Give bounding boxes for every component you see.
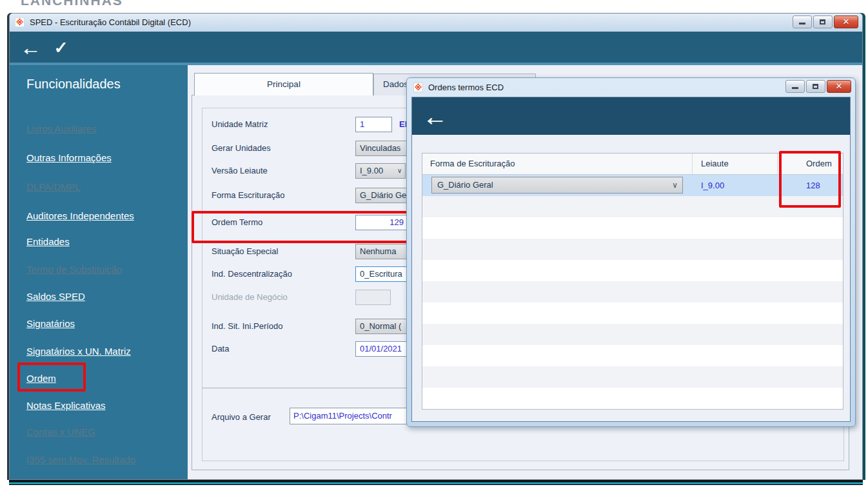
minimize-button[interactable] [793, 15, 812, 28]
overlay-close-button[interactable]: ✕ [827, 80, 851, 93]
sidebar-item-signatarios[interactable]: Signatários [26, 318, 75, 329]
sidebar-item-livros-auxiliares: Livros Auxiliares [26, 123, 96, 134]
situacao-especial-label: Situação Especial [212, 246, 278, 256]
close-icon: ✕ [834, 16, 858, 28]
column-header-forma-de-escrituracao: Forma de Escrituração [430, 154, 515, 174]
versao-leiaute-label: Versão Leiaute [212, 166, 268, 175]
empty-table-row [422, 345, 843, 366]
empty-table-row [422, 260, 843, 281]
empty-table-row [422, 366, 843, 388]
overlay-content: ← Forma de Escrituração Leiaute Ordem G_… [411, 97, 851, 422]
column-header-leiaute: Leiaute [701, 154, 729, 174]
close-button[interactable]: ✕ [834, 15, 858, 28]
sidebar-item-auditores-independentes[interactable]: Auditores Independentes [26, 210, 134, 221]
overlay-titlebar[interactable]: ※ Ordens termos ECD ✕ [407, 78, 855, 97]
app-icon: ※ [413, 83, 423, 92]
minimize-icon [799, 23, 805, 25]
empty-table-row [422, 281, 843, 303]
sidebar-item-termo-de-substituicao: Termo de Substituição [26, 264, 122, 275]
forma-escrituracao-label: Forma Escrituração [212, 190, 284, 200]
screenshot-canvas: LANCHINHAS ※ SPED - Escrituração Contábi… [0, 0, 868, 487]
column-divider [692, 154, 693, 174]
sidebar-item-entidades[interactable]: Entidades [26, 236, 70, 247]
sidebar: Funcionalidades Livros Auxiliares Outras… [10, 65, 188, 479]
tab-principal[interactable]: Principal [194, 73, 373, 95]
gerar-unidades-label: Gerar Unidades [212, 143, 271, 153]
overlay-window-controls: ✕ [785, 80, 851, 93]
sidebar-item-contas-x-uneg: Contas x UNEG [26, 426, 95, 437]
overlay-back-button[interactable]: ← [422, 100, 447, 134]
sidebar-item-dlpa-dmpl: DLPA/DMPL [26, 181, 81, 192]
close-icon: ✕ [827, 81, 851, 92]
maximize-icon [813, 84, 818, 89]
ordens-table: Forma de Escrituração Leiaute Ordem G_Di… [422, 153, 843, 410]
ind-descentralizacao-label: Ind. Descentralização [212, 269, 292, 279]
unidade-matriz-input[interactable]: 1 [355, 117, 392, 132]
main-window-title: SPED - Escrituração Contábil Digital (EC… [30, 14, 191, 32]
chevron-down-icon: ∨ [672, 177, 678, 193]
sidebar-heading: Funcionalidades [26, 77, 121, 92]
ind-sit-ini-periodo-label: Ind. Sit. Ini.Período [212, 321, 283, 331]
main-toolbar: ← ✓ [10, 32, 862, 65]
ordem-highlight-box [17, 363, 86, 392]
window-controls: ✕ [793, 15, 858, 28]
empty-table-row [422, 239, 843, 260]
column-divider [777, 154, 778, 174]
app-icon: ※ [15, 17, 25, 27]
overlay-window-title: Ordens termos ECD [428, 78, 504, 97]
maximize-button[interactable] [813, 15, 833, 28]
unidade-de-negocio-label: Unidade de Negócio [212, 292, 288, 302]
overlay-toolbar: ← [412, 97, 850, 135]
ordens-termos-window: ※ Ordens termos ECD ✕ ← Forma de Escritu… [406, 77, 856, 427]
unidade-matriz-label: Unidade Matriz [212, 119, 268, 129]
unidade-de-negocio-field [355, 290, 391, 305]
sidebar-item-i355-sem-mov-resultado: I355 sem Mov. Resultado [26, 454, 135, 465]
empty-table-row [422, 388, 843, 409]
clipped-background-text: LANCHINHAS [21, 0, 156, 10]
arquivo-a-gerar-label: Arquivo a Gerar [212, 412, 271, 422]
sidebar-item-saldos-sped[interactable]: Saldos SPED [26, 291, 85, 302]
forma-escrituracao-cell-dropdown[interactable]: G_Diário Geral ∨ [431, 177, 683, 194]
ordem-column-highlight-box [779, 151, 841, 208]
ordem-termo-highlight-box [192, 211, 416, 243]
empty-table-row [422, 303, 843, 324]
sidebar-item-signatarios-x-un-matriz[interactable]: Signatários x UN. Matriz [26, 346, 131, 357]
minimize-icon [792, 87, 798, 89]
maximize-icon [820, 19, 825, 25]
empty-table-row [422, 324, 843, 345]
overlay-maximize-button[interactable] [806, 80, 825, 93]
sidebar-item-outras-informacoes[interactable]: Outras Informações [26, 152, 112, 163]
confirm-button[interactable]: ✓ [54, 33, 68, 63]
main-window-titlebar[interactable]: ※ SPED - Escrituração Contábil Digital (… [10, 14, 862, 32]
overlay-minimize-button[interactable] [785, 80, 805, 93]
sidebar-item-notas-explicativas[interactable]: Notas Explicativas [26, 400, 106, 411]
data-label: Data [212, 344, 229, 353]
back-button[interactable]: ← [20, 33, 41, 63]
leiaute-cell: I_9.00 [701, 175, 724, 196]
empty-table-row [422, 217, 843, 239]
